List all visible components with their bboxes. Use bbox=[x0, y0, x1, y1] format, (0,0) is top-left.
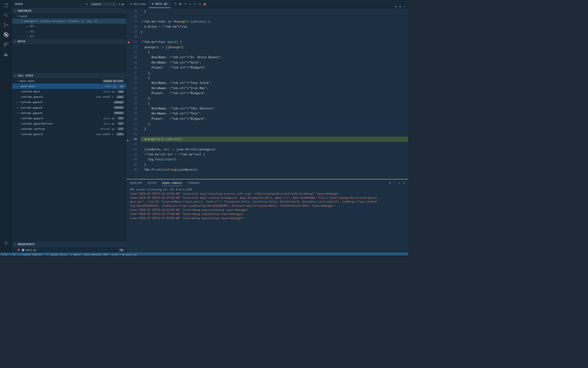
console-input-chevron[interactable]: › bbox=[126, 248, 408, 253]
sb-launch[interactable]: ▷ Launch (devle) bbox=[19, 253, 42, 255]
files-icon[interactable] bbox=[3, 2, 9, 8]
scm-icon[interactable] bbox=[3, 22, 9, 28]
var-item[interactable]: ▸[0]: bbox=[12, 24, 126, 29]
breakpoint-row[interactable]: main.go 21 bbox=[12, 247, 126, 253]
callstack-frame[interactable]: runtime.goexitasm_amd64.s2361 bbox=[12, 94, 126, 100]
console-icon[interactable]: ▣ bbox=[122, 3, 123, 6]
more-icon[interactable]: ⋯ bbox=[404, 5, 405, 8]
debug-icon[interactable] bbox=[3, 32, 9, 37]
svg-rect-7 bbox=[6, 43, 8, 44]
callstack-header[interactable]: ▾CALL STACK bbox=[12, 73, 126, 78]
svg-point-1 bbox=[4, 23, 5, 24]
svg-point-5 bbox=[5, 34, 7, 36]
callstack-frame[interactable]: runtime.mainproc.go198 bbox=[12, 89, 126, 94]
maximize-panel-icon[interactable]: ◻ bbox=[399, 182, 400, 185]
sb-warnings[interactable]: △ 0 bbox=[11, 253, 15, 255]
tab-output[interactable]: OUTPUT bbox=[148, 180, 157, 186]
svg-point-2 bbox=[4, 26, 5, 27]
diff-icon[interactable]: ◈ bbox=[395, 5, 397, 8]
sb-attach[interactable]: Auto Attach: Off bbox=[84, 253, 108, 255]
drag-handle-icon[interactable]: ⠿ bbox=[174, 2, 177, 6]
launch-config-select[interactable]: Launch⌄ bbox=[89, 2, 117, 6]
split-icon[interactable]: ◫ bbox=[400, 5, 401, 8]
extensions-icon[interactable] bbox=[3, 42, 9, 47]
svg-point-3 bbox=[7, 24, 8, 26]
step-into-icon[interactable]: ↓ bbox=[189, 2, 191, 6]
tab-terminal[interactable]: TERMINAL bbox=[188, 180, 200, 186]
settings-gear-icon[interactable] bbox=[3, 240, 9, 246]
activity-bar bbox=[0, 0, 12, 253]
callstack-frame[interactable]: runtime.goparkproc.go292 bbox=[12, 115, 126, 121]
tab-main-go[interactable]: ◆main.go bbox=[149, 0, 171, 8]
callstack-frame[interactable]: main.mainmain.go40 bbox=[12, 84, 126, 89]
clear-console-icon[interactable]: ≡ bbox=[389, 182, 391, 185]
variables-header[interactable]: ▾VARIABLES bbox=[12, 8, 126, 14]
breakpoints-header[interactable]: ▾BREAKPOINTS bbox=[12, 242, 126, 247]
watch-body[interactable] bbox=[12, 44, 126, 73]
svg-rect-12 bbox=[5, 53, 6, 54]
continue-icon[interactable]: ▶ bbox=[180, 2, 182, 6]
tabbar: ⧉Welcome ◆main.go ⠿ ▶ ↷ ↓ ↑ ↺ ■ ◈ ◫ ⋯ bbox=[126, 0, 408, 8]
gutter: 1516171819202122232425262728293031323334… bbox=[126, 8, 141, 179]
svg-rect-9 bbox=[4, 54, 5, 55]
svg-rect-10 bbox=[5, 54, 6, 55]
close-panel-icon[interactable]: ✕ bbox=[403, 182, 405, 185]
watch-header[interactable]: ▾WATCH bbox=[12, 39, 126, 44]
var-item[interactable]: ▸[2]: bbox=[12, 34, 126, 39]
breakpoint-file: main.go bbox=[26, 248, 36, 251]
search-icon[interactable] bbox=[3, 12, 9, 18]
sb-lang[interactable]: 𝐆 go | 🗎 main.go bbox=[112, 253, 137, 255]
tab-problems[interactable]: PROBLEMS bbox=[130, 180, 142, 186]
callstack-frame[interactable]: runtime.goparkunlockproc.go297 bbox=[12, 121, 126, 126]
code[interactable]: }="tok-kw">func (a *Avenger) isAlive() {… bbox=[141, 8, 408, 179]
svg-point-13 bbox=[6, 243, 7, 244]
svg-point-0 bbox=[4, 13, 7, 16]
panel-tabs: PROBLEMS OUTPUT DEBUG CONSOLE TERMINAL ≡… bbox=[126, 179, 408, 187]
svg-rect-11 bbox=[6, 54, 7, 55]
callstack-thread[interactable]: ▾main.mainPAUSED ON STEP bbox=[12, 78, 126, 84]
callstack-frame[interactable]: runtime.runfinqmfinal.go175 bbox=[12, 126, 126, 131]
var-avengers[interactable]: ▾avengers: <[]main.Avenger> (length: 3, … bbox=[12, 19, 126, 24]
callstack-thread[interactable]: ▾runtime.goparkPAUSED bbox=[12, 110, 126, 115]
stop-icon[interactable]: ■ bbox=[204, 2, 206, 6]
breakpoint-dot-icon bbox=[18, 249, 20, 251]
collapse-panel-icon[interactable]: ⌃ bbox=[394, 182, 395, 185]
panel: PROBLEMS OUTPUT DEBUG CONSOLE TERMINAL ≡… bbox=[126, 179, 408, 253]
breakpoint-checkbox[interactable] bbox=[22, 248, 24, 251]
callstack-thread[interactable]: ▸runtime.goparkPAUSED bbox=[12, 100, 126, 105]
local-scope[interactable]: ▾Local bbox=[12, 14, 126, 19]
editor[interactable]: 1516171819202122232425262728293031323334… bbox=[126, 8, 408, 179]
statusbar: ⊘ 0 △ 0 ▷ Launch (devle) 👤 ganga.chris ↗… bbox=[0, 253, 408, 256]
debug-controls: ⠿ ▶ ↷ ↓ ↑ ↺ ■ bbox=[174, 0, 206, 8]
sidebar-title: DEBUG bbox=[15, 3, 86, 6]
sb-errors[interactable]: ⊘ 0 bbox=[2, 253, 7, 255]
app-root: DEBUG ▶ Launch⌄ ⚙ ▣ ▾VARIABLES ▾Local ▾a… bbox=[0, 0, 408, 253]
debug-titlebar: DEBUG ▶ Launch⌄ ⚙ ▣ bbox=[12, 0, 126, 8]
gear-icon[interactable]: ⚙ bbox=[119, 3, 120, 6]
editor-area: ⧉Welcome ◆main.go ⠿ ▶ ↷ ↓ ↑ ↺ ■ ◈ ◫ ⋯ 15… bbox=[126, 0, 408, 253]
debug-sidebar: DEBUG ▶ Launch⌄ ⚙ ▣ ▾VARIABLES ▾Local ▾a… bbox=[12, 0, 127, 253]
step-out-icon[interactable]: ↑ bbox=[194, 2, 196, 6]
svg-rect-6 bbox=[4, 43, 6, 44]
step-over-icon[interactable]: ↷ bbox=[184, 2, 186, 6]
start-debug-icon[interactable]: ▶ bbox=[86, 3, 88, 6]
var-item[interactable]: ▸[1]: bbox=[12, 29, 126, 34]
tab-debug-console[interactable]: DEBUG CONSOLE bbox=[162, 180, 183, 186]
callstack-frame[interactable]: runtime.goexitasm_amd64.s2361 bbox=[12, 131, 126, 137]
debug-console[interactable]: API server listening at: 127.0.0.1:2345t… bbox=[126, 187, 408, 248]
sb-user[interactable]: 👤 ganga.chris bbox=[46, 253, 67, 255]
sb-share[interactable]: ↗ Share bbox=[70, 253, 81, 255]
tab-welcome[interactable]: ⧉Welcome bbox=[126, 0, 149, 8]
breakpoint-line: 21 bbox=[119, 248, 124, 251]
callstack-thread[interactable]: ▸runtime.goparkPAUSED bbox=[12, 105, 126, 110]
restart-icon[interactable]: ↺ bbox=[199, 2, 201, 6]
svg-rect-8 bbox=[4, 45, 6, 47]
docker-icon[interactable] bbox=[3, 52, 9, 57]
